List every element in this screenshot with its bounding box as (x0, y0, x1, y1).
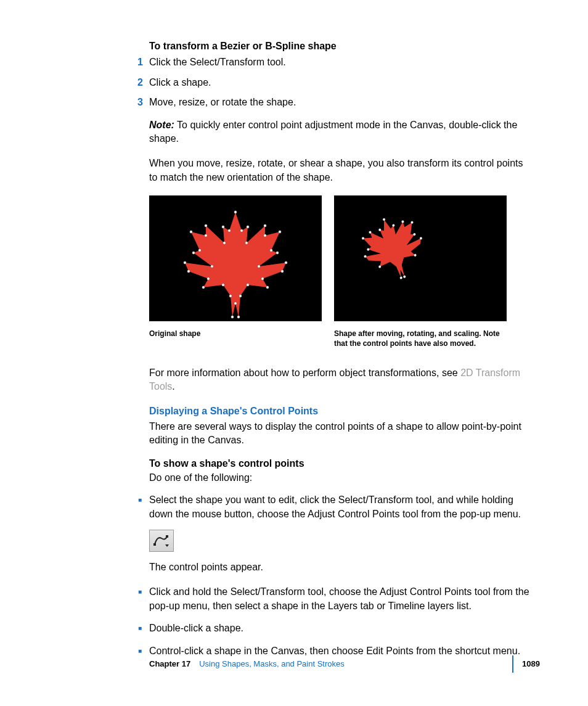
adjust-control-points-tool-icon (149, 530, 174, 552)
figure-row: Original shape Shape after moving, rotat… (60, 195, 529, 348)
bullet-list-1: ■ Select the shape you want to edit, cli… (60, 493, 529, 521)
svg-point-13 (266, 286, 269, 289)
svg-point-19 (229, 295, 232, 297)
svg-point-42 (399, 276, 402, 279)
svg-point-14 (247, 284, 249, 286)
bullet-icon: ■ (60, 622, 149, 635)
svg-rect-50 (166, 535, 168, 538)
figure-right: Shape after moving, rotating, and scalin… (334, 195, 507, 348)
figure-left: Original shape (149, 195, 322, 348)
canvas-original (149, 195, 322, 321)
svg-point-9 (258, 265, 260, 268)
heading-transform: To transform a Bezier or B-Spline shape (60, 39, 529, 53)
bullet-list-2: ■ Click and hold the Select/Transform to… (60, 585, 529, 658)
more-info-post: . (172, 381, 174, 392)
bullet-icon: ■ (60, 585, 149, 613)
svg-point-11 (281, 270, 284, 273)
caption-left: Original shape (149, 329, 322, 339)
svg-point-15 (239, 295, 242, 297)
svg-point-7 (270, 249, 272, 252)
svg-point-5 (264, 234, 266, 237)
svg-point-2 (247, 226, 249, 228)
do-one-of-following: Do one of the following: (60, 471, 529, 485)
step-number: 3 (60, 96, 149, 109)
svg-point-10 (285, 261, 287, 264)
note-text: To quickly enter control point adjustmen… (149, 120, 517, 144)
svg-point-45 (367, 248, 370, 251)
svg-point-12 (261, 277, 264, 280)
svg-point-30 (205, 224, 207, 227)
svg-point-27 (198, 249, 201, 252)
steps-list: 1 Click the Select/Transform tool. 2 Cli… (60, 55, 529, 109)
svg-point-23 (187, 270, 190, 273)
bullet-text: Click and hold the Select/Transform tool… (149, 585, 529, 613)
step-text: Click a shape. (149, 76, 529, 89)
note-paragraph: Note: To quickly enter control point adj… (60, 118, 529, 146)
note-label: Note: (149, 120, 174, 130)
svg-point-33 (228, 229, 231, 232)
svg-point-8 (276, 252, 279, 254)
step-text: Move, resize, or rotate the shape. (149, 96, 529, 109)
svg-point-16 (237, 316, 240, 318)
more-info-pre: For more information about how to perfor… (149, 367, 460, 378)
step-number: 1 (60, 55, 149, 69)
svg-point-32 (222, 226, 224, 228)
svg-point-35 (392, 224, 395, 227)
svg-point-1 (240, 229, 243, 232)
svg-point-3 (245, 242, 248, 244)
paragraph-more-info: For more information about how to perfor… (60, 366, 529, 394)
svg-point-34 (382, 218, 385, 221)
heading-displaying: Displaying a Shape's Control Points (60, 404, 529, 418)
step-text: Click the Select/Transform tool. (149, 55, 529, 69)
svg-point-18 (231, 316, 234, 318)
svg-point-41 (403, 275, 406, 278)
svg-point-6 (279, 231, 281, 233)
page-footer: Chapter 17 Using Shapes, Masks, and Pain… (0, 655, 588, 673)
paragraph-display-intro: There are several ways to display the co… (60, 420, 529, 448)
chapter-title: Using Shapes, Masks, and Paint Strokes (199, 659, 504, 670)
step-number: 2 (60, 76, 149, 89)
paragraph-transform: When you move, resize, rotate, or shear … (60, 157, 529, 184)
svg-point-20 (222, 284, 224, 286)
caption-right: Shape after moving, rotating, and scalin… (334, 329, 507, 348)
bullet-text: Double-click a shape. (149, 622, 529, 635)
maple-leaf-original (149, 195, 322, 321)
svg-point-28 (190, 231, 192, 233)
svg-rect-49 (153, 543, 156, 546)
canvas-transformed (334, 195, 507, 321)
svg-point-40 (414, 254, 417, 257)
svg-point-22 (207, 277, 210, 280)
svg-point-31 (223, 242, 226, 244)
chapter-label: Chapter 17 (149, 659, 190, 670)
svg-point-36 (401, 220, 404, 223)
control-points-appear: The control points appear. (60, 560, 529, 574)
heading-show: To show a shape's control points (60, 457, 529, 470)
svg-point-26 (192, 252, 195, 254)
maple-leaf-transformed (334, 195, 507, 321)
svg-point-24 (184, 261, 186, 264)
footer-divider (512, 655, 513, 673)
svg-point-21 (202, 286, 205, 289)
bullet-icon: ■ (60, 493, 149, 521)
svg-point-17 (234, 302, 237, 305)
svg-point-29 (205, 234, 207, 237)
svg-point-0 (234, 211, 237, 213)
svg-point-4 (264, 224, 266, 227)
svg-point-25 (211, 265, 213, 268)
page-number: 1089 (522, 659, 540, 670)
bullet-text: Select the shape you want to edit, click… (149, 493, 529, 521)
